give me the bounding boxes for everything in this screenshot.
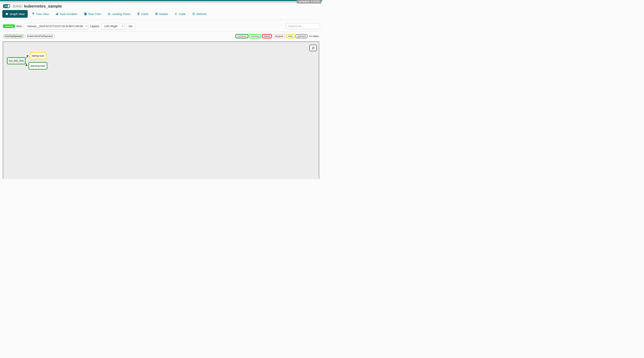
divider-middle xyxy=(3,31,319,32)
tab-code[interactable]: Code xyxy=(174,12,186,16)
bolt-icon xyxy=(174,12,178,16)
copy-icon xyxy=(84,12,87,16)
tab-graph-view[interactable]: Graph View xyxy=(2,10,28,18)
dag-name: kubernetes_sample xyxy=(24,4,62,8)
tab-task-tries[interactable]: Task Tries xyxy=(84,12,101,16)
tab-tree-view[interactable]: Tree View xyxy=(32,12,49,16)
tab-landing-times-label: Landing Times xyxy=(112,12,130,16)
run-state-badge: running xyxy=(3,25,15,28)
plane-icon xyxy=(108,12,110,16)
view-tabs: Graph View Tree View Task Duration Task … xyxy=(0,10,322,18)
state-legend: success running failed skipped retry que… xyxy=(236,34,320,38)
tab-landing-times[interactable]: Landing Times xyxy=(108,12,130,16)
tab-details-label: Details xyxy=(159,12,168,16)
tab-refresh[interactable]: Refresh xyxy=(192,12,206,16)
tab-tree-view-label: Tree View xyxy=(36,12,49,16)
align-left-icon xyxy=(137,12,140,16)
bar-chart-icon xyxy=(56,12,58,16)
run-label: Run: xyxy=(16,25,23,28)
run-select[interactable]: manual__2018-02-07T23:57:20.913672+00:00… xyxy=(24,23,88,29)
state-badge-skipped: skipped xyxy=(272,34,285,38)
state-badge-no-status: no status xyxy=(309,35,320,38)
state-badge-retry: retry xyxy=(286,34,295,38)
layout-label: Layout: xyxy=(90,25,100,28)
toggle-label: On xyxy=(4,5,7,7)
header-section: On DAG: kubernetes_sample schedule: 0:10… xyxy=(0,1,322,18)
graph-canvas[interactable]: run_this_first failing-task passing-task xyxy=(3,42,319,179)
state-badge-running: running xyxy=(249,34,261,38)
tab-graph-view-label: Graph View xyxy=(10,12,24,16)
tab-gantt-label: Gantt xyxy=(142,12,148,16)
dag-on-off-toggle[interactable]: On xyxy=(3,4,10,8)
refresh-icon xyxy=(192,12,195,16)
layout-select-value: Left->Right xyxy=(101,25,118,28)
schedule-badge: schedule: 0:10:00 xyxy=(297,0,321,4)
tab-code-label: Code xyxy=(179,12,186,16)
state-badge-success: success xyxy=(236,34,248,38)
task-node-failing-task[interactable]: failing-task xyxy=(30,52,46,59)
state-badge-failed: failed xyxy=(262,34,272,38)
tab-details[interactable]: Details xyxy=(155,12,168,16)
graph-refresh-button[interactable] xyxy=(310,45,317,51)
run-controls: running Run: manual__2018-02-07T23:57:20… xyxy=(0,23,322,29)
toggle-knob xyxy=(8,5,10,8)
tab-task-tries-label: Task Tries xyxy=(88,12,101,16)
tab-task-duration[interactable]: Task Duration xyxy=(56,12,77,16)
chevron-down-icon: ▼ xyxy=(85,23,88,29)
dag-edges xyxy=(3,42,319,179)
page-title: DAG: kubernetes_sample xyxy=(13,4,62,9)
refresh-icon xyxy=(312,46,315,50)
tab-refresh-label: Refresh xyxy=(196,12,206,16)
tab-gantt[interactable]: Gantt xyxy=(137,12,148,16)
task-node-label: failing-task xyxy=(32,54,44,57)
run-select-value: manual__2018-02-07T23:57:20.913672+00:00 xyxy=(24,25,83,28)
task-node-run-this-first[interactable]: run_this_first xyxy=(7,57,26,64)
tree-icon xyxy=(32,12,35,16)
operator-legend-kubernetespodoperator: KubernetesPodOperator xyxy=(25,34,55,38)
divider-top xyxy=(3,20,319,20)
list-icon xyxy=(155,12,158,16)
operator-legend-dummyoperator: DummyOperator xyxy=(3,34,24,38)
chevron-down-icon: ▼ xyxy=(122,23,124,29)
dag-title-prefix: DAG: xyxy=(13,4,23,8)
task-node-label: passing-task xyxy=(30,64,45,67)
sunburst-icon xyxy=(6,13,8,16)
task-node-label: run_this_first xyxy=(9,59,24,62)
legend-row: DummyOperator KubernetesPodOperator succ… xyxy=(0,34,322,38)
operator-legend: DummyOperator KubernetesPodOperator xyxy=(3,34,55,38)
go-button[interactable]: Go xyxy=(126,23,135,29)
search-input[interactable] xyxy=(286,23,320,29)
tab-task-duration-label: Task Duration xyxy=(60,12,77,16)
task-node-passing-task[interactable]: passing-task xyxy=(28,62,47,70)
layout-select[interactable]: Left->Right ▼ xyxy=(101,23,124,29)
state-badge-queued: queued xyxy=(296,34,308,38)
